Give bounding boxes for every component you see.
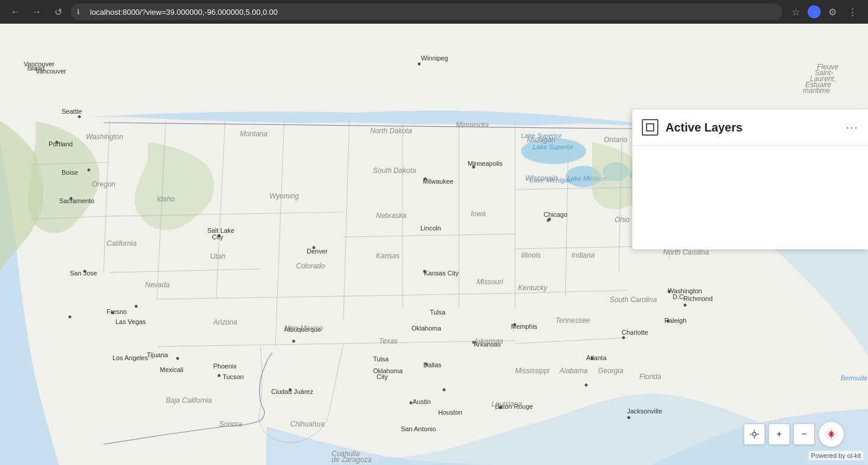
- svg-point-53: [585, 384, 588, 387]
- reload-button[interactable]: ↺: [50, 4, 66, 20]
- svg-text:Indiana: Indiana: [571, 251, 595, 259]
- svg-point-33: [78, 116, 81, 118]
- svg-text:Chihuahua: Chihuahua: [290, 420, 324, 428]
- svg-text:Lincoln: Lincoln: [420, 225, 441, 232]
- svg-point-164: [753, 432, 756, 436]
- svg-text:Tulsa: Tulsa: [373, 355, 389, 363]
- chrome-actions: ☆ ⚙ ⋮: [787, 4, 861, 20]
- svg-text:Chicago: Chicago: [544, 211, 567, 218]
- svg-text:Kentucky: Kentucky: [518, 284, 548, 292]
- svg-text:City: City: [212, 233, 223, 240]
- svg-text:Kansas City: Kansas City: [424, 270, 459, 277]
- back-button[interactable]: ←: [7, 4, 24, 20]
- svg-point-59: [218, 374, 221, 377]
- layers-panel-title: Active Layers: [666, 121, 839, 134]
- svg-text:Portland: Portland: [49, 140, 73, 147]
- address-bar-wrapper: ℹ: [71, 4, 783, 20]
- svg-text:Seattle: Seattle: [62, 108, 82, 115]
- more-menu-button[interactable]: ⋮: [844, 4, 861, 20]
- svg-text:Louisiana: Louisiana: [491, 400, 522, 408]
- svg-text:Fresno: Fresno: [107, 308, 127, 315]
- svg-text:Minnesota: Minnesota: [456, 121, 489, 129]
- svg-text:Tijuana: Tijuana: [147, 351, 169, 358]
- svg-text:Houston: Houston: [438, 409, 462, 416]
- svg-text:Lake Superior: Lake Superior: [521, 132, 562, 139]
- svg-point-60: [135, 305, 138, 308]
- svg-text:Los Angeles: Los Angeles: [112, 354, 148, 361]
- zoom-in-button[interactable]: +: [769, 424, 790, 445]
- layers-panel-header: Active Layers ···: [632, 110, 868, 146]
- svg-point-0: [810, 8, 818, 16]
- powered-by-label: Powered by ol-kit: [809, 451, 863, 460]
- zoom-out-button[interactable]: −: [793, 424, 815, 445]
- svg-text:Dallas: Dallas: [423, 361, 442, 368]
- svg-text:Sacramento: Sacramento: [59, 197, 94, 204]
- svg-text:Phoenix: Phoenix: [213, 363, 237, 370]
- svg-text:Richmond: Richmond: [683, 295, 713, 302]
- svg-text:Island: Island: [27, 65, 44, 72]
- svg-text:Nevada: Nevada: [145, 281, 170, 289]
- svg-text:Florida: Florida: [639, 373, 661, 381]
- map-container[interactable]: Lake Superior Lake Michigan: [0, 24, 868, 465]
- locate-me-button[interactable]: [744, 424, 765, 445]
- profile-icon[interactable]: [808, 5, 821, 18]
- svg-text:Nebraska: Nebraska: [376, 211, 407, 220]
- svg-point-57: [292, 340, 295, 343]
- browser-chrome: ← → ↺ ℹ ☆ ⚙ ⋮: [0, 0, 868, 24]
- svg-text:Milwaukee: Milwaukee: [423, 178, 454, 185]
- svg-text:Washington: Washington: [86, 133, 123, 141]
- svg-text:Las Vegas: Las Vegas: [115, 318, 146, 325]
- svg-text:Illinois: Illinois: [521, 251, 541, 259]
- svg-text:North Dakota: North Dakota: [370, 127, 412, 135]
- svg-rect-163: [647, 124, 654, 131]
- svg-text:Boise: Boise: [62, 169, 78, 176]
- svg-text:Montana: Montana: [240, 130, 268, 138]
- svg-text:Raleigh: Raleigh: [664, 317, 686, 324]
- svg-text:Winnipeg: Winnipeg: [421, 54, 448, 62]
- forward-button[interactable]: →: [28, 4, 45, 20]
- svg-text:Mexicali: Mexicali: [160, 366, 184, 373]
- svg-text:Mississippi: Mississippi: [515, 367, 549, 375]
- svg-text:Jacksonville: Jacksonville: [627, 408, 662, 415]
- extensions-button[interactable]: ⚙: [824, 4, 841, 20]
- svg-point-43: [443, 389, 446, 392]
- svg-text:Wyoming: Wyoming: [269, 192, 299, 200]
- svg-point-55: [410, 402, 413, 405]
- brand-button[interactable]: [818, 421, 844, 447]
- svg-text:South Dakota: South Dakota: [373, 166, 416, 175]
- svg-text:Austin: Austin: [413, 398, 431, 405]
- svg-text:Colorado: Colorado: [296, 262, 325, 270]
- svg-text:San Antonio: San Antonio: [401, 425, 436, 432]
- svg-text:Oklahoma: Oklahoma: [412, 325, 442, 332]
- svg-text:San Jose: San Jose: [70, 270, 97, 277]
- svg-text:Tennessee: Tennessee: [555, 316, 590, 325]
- address-input[interactable]: [71, 4, 783, 20]
- layers-panel: Active Layers ···: [632, 110, 868, 249]
- svg-text:Utah: Utah: [210, 252, 226, 261]
- svg-text:Iowa: Iowa: [471, 210, 486, 218]
- svg-point-35: [88, 169, 91, 172]
- layers-panel-icon: [642, 119, 658, 136]
- svg-text:Tulsa: Tulsa: [430, 309, 446, 316]
- svg-text:Lake Superior: Lake Superior: [533, 143, 574, 150]
- svg-text:Atlanta: Atlanta: [586, 354, 607, 361]
- svg-text:Minneapolis: Minneapolis: [468, 160, 503, 167]
- layers-panel-menu-button[interactable]: ···: [846, 121, 859, 134]
- lock-icon: ℹ: [77, 8, 80, 16]
- bookmark-button[interactable]: ☆: [787, 4, 804, 20]
- svg-text:Texas: Texas: [379, 337, 398, 345]
- svg-text:Sonora: Sonora: [219, 420, 242, 428]
- svg-text:Missouri: Missouri: [477, 278, 503, 286]
- svg-point-64: [418, 63, 421, 66]
- svg-point-45: [548, 218, 551, 221]
- svg-text:California: California: [107, 239, 137, 248]
- svg-text:North Carolina: North Carolina: [663, 248, 709, 256]
- svg-text:de Zaragoza: de Zaragoza: [332, 456, 372, 464]
- map-controls: + −: [744, 421, 844, 447]
- layers-panel-body: [632, 146, 868, 249]
- svg-text:Ontario: Ontario: [604, 136, 628, 144]
- svg-text:Denver: Denver: [307, 248, 328, 255]
- svg-text:Tucson: Tucson: [223, 373, 244, 380]
- svg-text:Idaho: Idaho: [157, 195, 175, 203]
- svg-text:City: City: [377, 373, 388, 380]
